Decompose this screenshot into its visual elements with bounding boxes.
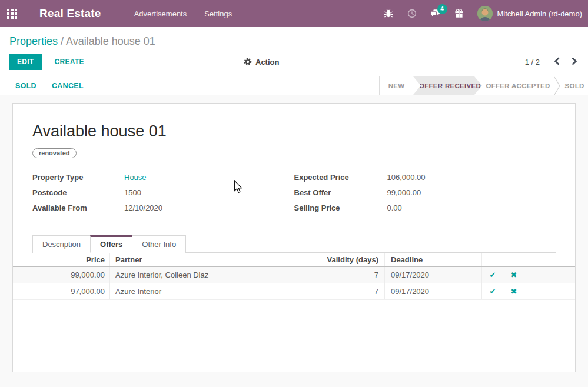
field-label: Selling Price: [294, 203, 387, 212]
offer-row-1[interactable]: 99,000.00 Azure Interior, Colleen Diaz 7…: [13, 267, 575, 283]
statusbar-buttons: SOLD CANCEL: [0, 76, 84, 95]
form-sheet: Available house 01 renovated Property Ty…: [12, 103, 576, 372]
offer-validity: 7: [273, 283, 385, 299]
tab-other-info[interactable]: Other Info: [132, 235, 186, 253]
statusbar: SOLD CANCEL NEW OFFER RECEIVED OFFER ACC…: [0, 76, 588, 95]
control-panel: Properties / Available house 01 EDIT CRE…: [0, 27, 588, 76]
menu-settings[interactable]: Settings: [204, 7, 232, 21]
field-label: Postcode: [32, 188, 124, 197]
field-postcode: Postcode 1500: [32, 188, 294, 197]
breadcrumb-properties[interactable]: Properties: [9, 35, 58, 47]
field-label: Expected Price: [294, 173, 387, 182]
field-selling-price: Selling Price 0.00: [294, 203, 556, 212]
gift-icon[interactable]: [454, 8, 464, 19]
user-menu[interactable]: Mitchell Admin (rd-demo): [477, 6, 583, 21]
notebook-tabs: Description Offers Other Info: [32, 235, 556, 253]
offer-price: 99,000.00: [13, 267, 110, 283]
bug-icon[interactable]: [383, 8, 394, 19]
pager-previous-button[interactable]: [553, 56, 562, 68]
step-offer-received[interactable]: OFFER RECEIVED: [413, 76, 482, 95]
pager-value: 1 / 2: [525, 58, 540, 66]
nav-menu: Advertisements Settings: [134, 7, 232, 21]
edit-button[interactable]: EDIT: [9, 54, 42, 70]
offer-partner: Azure Interior, Colleen Diaz: [110, 267, 273, 283]
offers-table: Price Partner Validity (days) Deadline 9…: [13, 253, 575, 300]
header-validity[interactable]: Validity (days): [273, 253, 385, 266]
step-new[interactable]: NEW: [380, 76, 413, 95]
field-value: 0.00: [387, 203, 402, 212]
offer-validity: 7: [273, 267, 385, 283]
menu-advertisements[interactable]: Advertisements: [134, 7, 187, 21]
apps-grid-icon[interactable]: [7, 9, 17, 19]
user-name: Mitchell Admin (rd-demo): [497, 9, 583, 18]
header-deadline[interactable]: Deadline: [385, 253, 482, 266]
breadcrumb: Properties / Available house 01: [0, 27, 588, 48]
refuse-offer-icon[interactable]: ✖: [511, 287, 517, 296]
tab-description[interactable]: Description: [32, 235, 91, 253]
step-separator-icon: [554, 76, 561, 95]
field-label: Property Type: [32, 173, 124, 182]
clock-icon[interactable]: [407, 8, 417, 19]
field-property-type: Property Type House: [32, 173, 294, 182]
field-value: 12/10/2020: [124, 203, 162, 212]
top-navbar: Real Estate Advertisements Settings: [0, 0, 588, 27]
header-partner[interactable]: Partner: [110, 253, 273, 266]
accept-offer-icon[interactable]: ✔: [490, 271, 496, 279]
offers-table-header: Price Partner Validity (days) Deadline: [13, 253, 575, 267]
refuse-offer-icon[interactable]: ✖: [511, 271, 517, 279]
avatar: [477, 6, 493, 21]
offer-deadline: 09/17/2020: [385, 267, 482, 283]
navbar-right: 4 Mitchell Admin (rd-demo): [383, 6, 583, 21]
accept-offer-icon[interactable]: ✔: [490, 287, 496, 296]
field-value: 106,000.00: [387, 173, 426, 182]
offer-deadline: 09/17/2020: [385, 283, 482, 299]
header-price[interactable]: Price: [13, 253, 110, 266]
chat-badge: 4: [437, 4, 447, 14]
field-best-offer: Best Offer 99,000.00: [294, 188, 556, 197]
app-title[interactable]: Real Estate: [39, 7, 101, 20]
gear-icon: [244, 58, 252, 66]
step-offer-accepted[interactable]: OFFER ACCEPTED: [482, 76, 554, 95]
breadcrumb-current: Available house 01: [66, 35, 155, 47]
create-button[interactable]: CREATE: [51, 54, 88, 70]
control-panel-buttons: EDIT CREATE Action 1 / 2: [0, 48, 588, 76]
statusbar-steps: NEW OFFER RECEIVED OFFER ACCEPTED SOLD: [379, 76, 588, 95]
chat-icon[interactable]: 4: [430, 8, 441, 19]
field-label: Best Offer: [294, 188, 387, 197]
action-label: Action: [255, 58, 279, 66]
pager: 1 / 2: [525, 56, 579, 68]
offer-row-2[interactable]: 97,000.00 Azure Interior 7 09/17/2020 ✔ …: [13, 283, 575, 300]
record-title: Available house 01: [32, 122, 556, 141]
sold-button[interactable]: SOLD: [15, 82, 36, 90]
tab-offers[interactable]: Offers: [90, 235, 132, 253]
field-expected-price: Expected Price 106,000.00: [294, 173, 556, 182]
property-type-link[interactable]: House: [124, 173, 147, 182]
offer-price: 97,000.00: [13, 283, 110, 299]
breadcrumb-separator: /: [61, 35, 66, 47]
field-group: Property Type House Postcode 1500 Availa…: [32, 173, 556, 219]
action-menu[interactable]: Action: [244, 58, 279, 66]
cancel-button[interactable]: CANCEL: [52, 82, 84, 90]
field-value: 99,000.00: [387, 188, 421, 197]
step-sold[interactable]: SOLD: [561, 76, 588, 95]
offer-partner: Azure Interior: [110, 283, 273, 299]
tag-renovated: renovated: [32, 148, 77, 158]
field-label: Available From: [32, 203, 124, 212]
pager-next-button[interactable]: [570, 56, 579, 68]
field-available-from: Available From 12/10/2020: [32, 203, 294, 212]
field-value: 1500: [124, 188, 141, 197]
